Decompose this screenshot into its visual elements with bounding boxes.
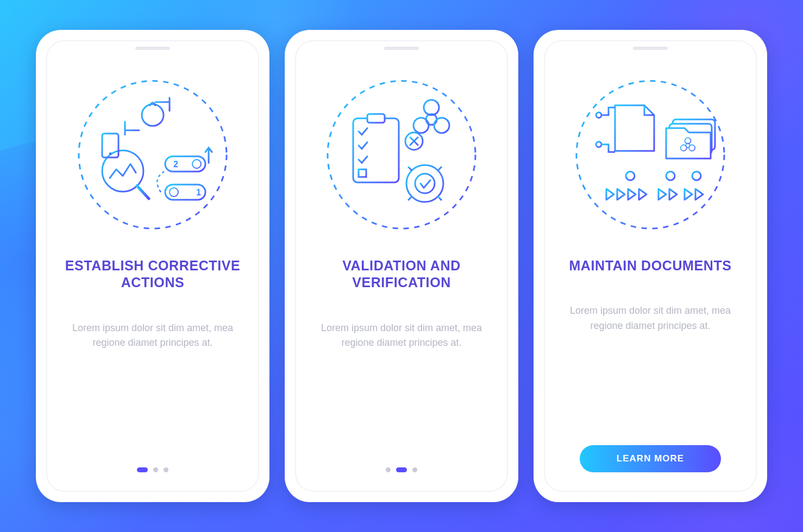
svg-point-13: [328, 81, 475, 229]
maintain-documents-icon: [572, 76, 729, 233]
screen-title: ESTABLISH CORRECTIVE ACTIONS: [60, 257, 245, 292]
onboarding-screen-3: MAINTAIN DOCUMENTS Lorem ipsum dolor sit…: [534, 30, 767, 502]
svg-point-12: [192, 160, 201, 168]
svg-line-34: [408, 197, 412, 200]
svg-text:2: 2: [173, 160, 178, 169]
validation-verification-icon: [323, 76, 480, 233]
svg-line-35: [438, 167, 442, 170]
svg-point-49: [626, 172, 635, 180]
svg-point-5: [109, 153, 112, 155]
svg-point-27: [406, 165, 443, 202]
svg-point-23: [434, 118, 449, 133]
screen-body: Lorem ipsum dolor sit dim amet, mea regi…: [63, 321, 242, 351]
svg-point-21: [424, 100, 439, 115]
phone-speaker: [135, 47, 170, 50]
page-dot-1[interactable]: [386, 467, 391, 472]
svg-rect-15: [367, 114, 385, 123]
phone-speaker: [633, 47, 668, 50]
svg-rect-19: [359, 169, 366, 177]
page-dot-1[interactable]: [137, 467, 148, 472]
svg-point-41: [596, 112, 601, 118]
page-dot-2[interactable]: [396, 467, 407, 472]
svg-rect-14: [353, 118, 399, 182]
page-indicator: [386, 467, 417, 472]
page-dot-3[interactable]: [164, 467, 168, 472]
page-indicator: [137, 467, 168, 472]
svg-line-33: [438, 197, 442, 200]
svg-line-32: [408, 167, 412, 170]
svg-point-6: [142, 104, 164, 126]
screen-body: Lorem ipsum dolor sit dim amet, mea regi…: [312, 321, 491, 351]
phone-speaker: [384, 47, 419, 50]
svg-point-53: [692, 172, 701, 180]
screen-body: Lorem ipsum dolor sit dim amet, mea regi…: [561, 303, 740, 334]
screen-title: MAINTAIN DOCUMENTS: [569, 257, 731, 274]
svg-point-22: [413, 118, 429, 133]
svg-point-36: [415, 174, 435, 193]
corrective-actions-icon: 1 2: [74, 76, 231, 233]
svg-line-2: [137, 186, 149, 199]
svg-point-8: [170, 188, 178, 197]
page-dot-3[interactable]: [412, 467, 417, 472]
onboarding-screen-1: 1 2 ESTABLISH CORRECTIVE ACTIONS Lorem i…: [36, 30, 269, 502]
onboarding-screen-2: VALIDATION AND VERIFICATION Lorem ipsum …: [285, 30, 518, 502]
svg-text:1: 1: [196, 188, 201, 197]
learn-more-button[interactable]: LEARN MORE: [580, 445, 721, 472]
svg-point-42: [596, 142, 601, 147]
screen-title: VALIDATION AND VERIFICATION: [309, 257, 494, 292]
page-dot-2[interactable]: [153, 467, 158, 472]
onboarding-screens-row: 1 2 ESTABLISH CORRECTIVE ACTIONS Lorem i…: [36, 30, 767, 502]
svg-rect-10: [165, 156, 205, 172]
svg-point-51: [666, 172, 675, 180]
